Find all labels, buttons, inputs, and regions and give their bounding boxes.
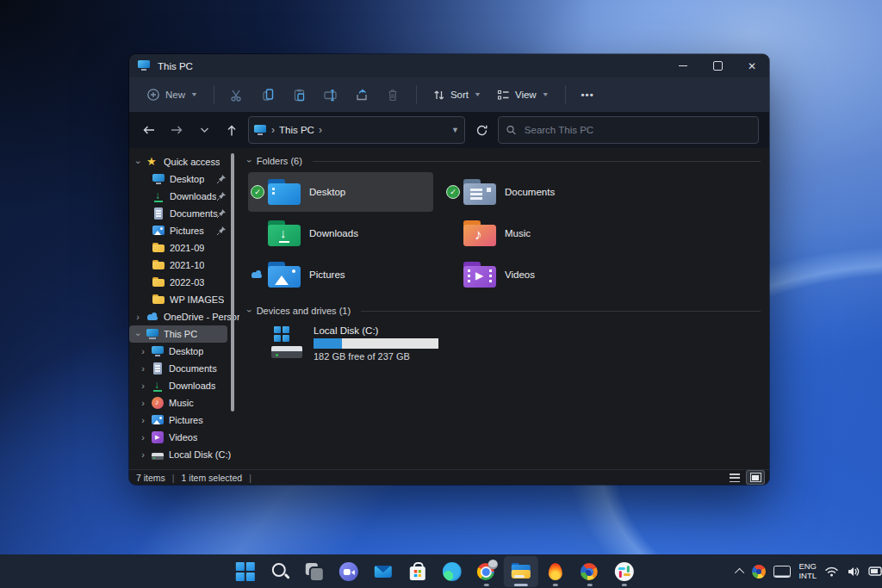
taskbar-store[interactable] xyxy=(401,556,435,587)
folder-tile-videos[interactable]: Videos xyxy=(444,255,629,294)
taskbar-chat[interactable] xyxy=(332,556,366,587)
taskbar-mail[interactable] xyxy=(366,556,401,587)
folder-tile-label: Videos xyxy=(505,269,535,280)
colorful-browser-icon xyxy=(752,565,766,579)
folders-section-header[interactable]: › Folders (6) xyxy=(248,153,761,169)
taskbar-slack[interactable] xyxy=(607,556,642,587)
taskbar-flame[interactable] xyxy=(538,556,573,587)
chevron-down-icon[interactable]: › xyxy=(134,331,143,337)
address-bar[interactable]: › This PC › ▼ xyxy=(248,116,465,144)
sidebar-item-music[interactable]: ›Music xyxy=(129,394,239,412)
paste-button[interactable] xyxy=(285,82,314,108)
taskbar-chrome[interactable] xyxy=(469,556,504,587)
folder-tile-documents[interactable]: ✓Documents xyxy=(444,172,629,212)
chevron-right-icon[interactable]: › xyxy=(140,347,146,356)
chevron-right-icon[interactable]: › xyxy=(140,364,146,374)
sort-button[interactable]: Sort ▼ xyxy=(425,84,488,107)
shape xyxy=(279,241,289,244)
chevron-right-icon[interactable]: › xyxy=(140,381,146,391)
shape xyxy=(713,61,723,71)
sidebar-item-onedrive-person[interactable]: ›OneDrive - Person xyxy=(129,308,239,325)
taskbar-file-explorer[interactable] xyxy=(504,556,538,587)
new-button[interactable]: New ▼ xyxy=(140,83,205,107)
local-disk-tile[interactable]: Local Disk (C:) 182 GB free of 237 GB xyxy=(269,325,761,362)
up-button[interactable] xyxy=(220,119,243,141)
battery-button[interactable] xyxy=(868,566,882,577)
refresh-button[interactable] xyxy=(470,119,493,141)
tray-app-button[interactable] xyxy=(752,565,766,579)
shape xyxy=(463,183,496,205)
shape xyxy=(258,133,263,135)
maximize-button[interactable] xyxy=(700,54,735,77)
shape xyxy=(152,431,164,443)
share-button[interactable] xyxy=(347,82,376,108)
sidebar-item-local-disk-c[interactable]: ›Local Disk (C:) xyxy=(129,446,239,463)
details-view-button[interactable] xyxy=(726,471,743,484)
language-indicator[interactable]: ENG INTL xyxy=(798,562,817,581)
drives-section-header[interactable]: › Devices and drives (1) xyxy=(248,303,761,319)
taskbar-search[interactable] xyxy=(263,556,297,587)
sidebar-item-2021-10[interactable]: 2021-10 xyxy=(129,257,239,274)
close-button[interactable]: ✕ xyxy=(735,54,769,77)
folder-tile-pictures[interactable]: Pictures xyxy=(248,255,433,294)
view-button[interactable]: View ▼ xyxy=(490,84,556,107)
chevron-right-icon[interactable]: › xyxy=(140,399,146,408)
delete-button[interactable] xyxy=(378,82,407,108)
sidebar-item-desktop[interactable]: Desktop xyxy=(129,170,239,188)
touch-keyboard-button[interactable] xyxy=(773,566,791,578)
chevron-down-icon: ▼ xyxy=(542,91,550,98)
folder-tile-music[interactable]: Music xyxy=(444,214,629,253)
chevron-right-icon[interactable]: › xyxy=(140,433,146,443)
shape xyxy=(463,225,496,246)
chevron-right-icon[interactable]: › xyxy=(140,450,146,460)
sidebar-item-wp-images[interactable]: WP IMAGES xyxy=(129,291,239,308)
more-options-button[interactable]: ••• xyxy=(575,84,601,105)
sidebar-scrollbar[interactable] xyxy=(231,153,234,412)
sidebar-item-pictures[interactable]: ›Pictures xyxy=(129,412,239,429)
search-input[interactable] xyxy=(523,124,751,136)
folder-tile-downloads[interactable]: Downloads xyxy=(248,214,433,253)
taskbar-task-view[interactable] xyxy=(297,556,332,587)
sidebar-item-2022-03[interactable]: 2022-03 xyxy=(129,274,239,291)
taskbar-edge[interactable] xyxy=(435,556,469,587)
sort-button-label: Sort xyxy=(450,90,469,100)
address-dropdown-icon[interactable]: ▼ xyxy=(451,126,459,134)
folder-tile-desktop[interactable]: ✓Desktop xyxy=(248,172,433,212)
chevron-down-icon[interactable]: › xyxy=(134,158,143,165)
shape xyxy=(549,563,562,580)
items-count: 7 items xyxy=(136,473,165,483)
title-bar[interactable]: This PC ✕ xyxy=(129,54,769,77)
taskbar-browser[interactable] xyxy=(573,556,607,587)
recent-locations-button[interactable] xyxy=(193,119,215,141)
chevron-right-icon[interactable]: › xyxy=(140,416,146,425)
sidebar-item-this-pc[interactable]: ›This PC xyxy=(129,325,227,343)
copy-button[interactable] xyxy=(254,82,283,108)
sidebar-item-documents[interactable]: ›Documents xyxy=(129,360,239,377)
taskbar-start[interactable] xyxy=(228,556,263,587)
cut-button[interactable] xyxy=(223,82,252,108)
rename-button[interactable] xyxy=(316,82,345,108)
forward-button[interactable] xyxy=(165,119,188,141)
volume-button[interactable] xyxy=(847,566,860,578)
sidebar-item-desktop[interactable]: ›Desktop xyxy=(129,343,239,360)
sidebar-item-quick-access[interactable]: ›Quick access xyxy=(129,153,239,170)
wifi-button[interactable] xyxy=(824,566,839,578)
sidebar-item-pictures[interactable]: Pictures xyxy=(129,222,239,239)
music-sm-icon xyxy=(151,396,165,410)
minimize-button[interactable] xyxy=(666,54,700,77)
sidebar-item-label: 2022-03 xyxy=(170,277,204,288)
shape xyxy=(246,573,255,581)
sidebar-item-label: Desktop xyxy=(169,346,203,356)
large-icons-view-button[interactable] xyxy=(747,471,764,484)
sidebar-item-downloads[interactable]: ›Downloads xyxy=(129,377,239,394)
breadcrumb-this-pc[interactable]: This PC xyxy=(279,125,314,135)
sidebar-item-downloads[interactable]: Downloads xyxy=(129,188,239,205)
sidebar-item-2021-09[interactable]: 2021-09 xyxy=(129,239,239,257)
back-button[interactable] xyxy=(138,119,160,141)
hidden-icons-button[interactable] xyxy=(737,568,744,575)
sidebar-item-videos[interactable]: ›Videos xyxy=(129,429,239,446)
chevron-right-icon[interactable]: › xyxy=(134,313,141,322)
sidebar-item-documents[interactable]: Documents xyxy=(129,205,239,222)
picture-sm-icon xyxy=(152,224,165,238)
search-box[interactable] xyxy=(498,116,759,144)
